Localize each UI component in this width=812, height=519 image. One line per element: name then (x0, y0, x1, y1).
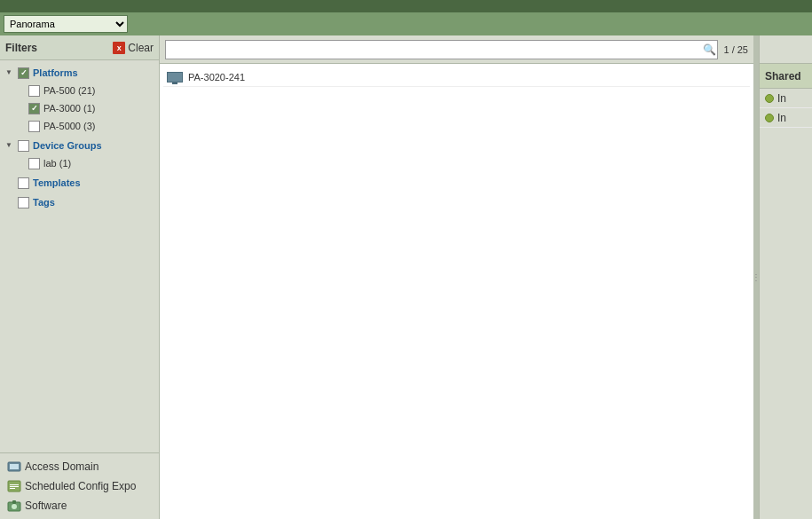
tmpl-expand (4, 177, 14, 188)
svg-rect-3 (10, 484, 19, 485)
pa500-label: PA-500 (21) (43, 83, 96, 98)
search-input[interactable] (165, 40, 718, 59)
templates-label: Templates (33, 175, 81, 191)
dg-expand-icon: ▼ (4, 140, 14, 151)
software-label: Software (25, 499, 67, 512)
platforms-item[interactable]: ▼ Platforms (0, 64, 159, 82)
top-bar (0, 0, 812, 12)
platforms-label: Platforms (33, 65, 78, 81)
device-groups-section: ▼ Device Groups lab (1) (0, 137, 159, 172)
platforms-section: ▼ Platforms PA-500 (21) PA-3000 (1) (0, 64, 159, 135)
page-info: 1 / 25 (723, 44, 748, 55)
platforms-checkbox[interactable] (18, 67, 29, 79)
clear-label: Clear (128, 42, 154, 54)
access-domain-item[interactable]: Access Domain (0, 457, 159, 476)
tags-label: Tags (33, 194, 55, 210)
device-icon (167, 72, 183, 83)
expand-icon: ▼ (4, 67, 14, 78)
lab-item[interactable]: lab (1) (0, 154, 159, 172)
search-bar: 🔍 1 / 25 (160, 35, 753, 64)
clear-x-icon: x (113, 42, 125, 54)
lab-label: lab (1) (43, 155, 71, 171)
tags-section: Tags (0, 193, 159, 211)
templates-section: Templates (0, 174, 159, 192)
templates-checkbox[interactable] (18, 177, 29, 189)
clear-button[interactable]: x Clear (113, 42, 154, 54)
scheduled-config-label: Scheduled Config Expo (25, 480, 136, 492)
device-name: PA-3020-241 (188, 72, 245, 83)
templates-item[interactable]: Templates (0, 174, 159, 192)
sidebar: Filters x Clear ▼ Platforms PA-500 (21) (0, 35, 160, 519)
domain-icon (7, 460, 21, 473)
right-panel-header (760, 35, 812, 64)
tags-checkbox[interactable] (18, 197, 29, 208)
status-dot-2 (765, 114, 774, 122)
filters-header: Filters x Clear (0, 35, 159, 60)
svg-rect-8 (12, 500, 16, 504)
spacer2 (14, 103, 25, 114)
content-area: 🔍 1 / 25 PA-3020-241 (160, 35, 753, 519)
shared-label: Shared (765, 70, 801, 83)
sidebar-bottom: Access Domain Scheduled Config Expo Soft… (0, 452, 159, 519)
pa5000-checkbox[interactable] (28, 121, 40, 132)
context-select[interactable]: Panorama (4, 15, 128, 33)
device-list: PA-3020-241 (160, 64, 753, 519)
row-label-2: In (777, 112, 786, 124)
svg-rect-4 (10, 486, 19, 487)
filter-tree: ▼ Platforms PA-500 (21) PA-3000 (1) (0, 60, 159, 452)
right-panel-row-1: In (760, 89, 812, 108)
svg-rect-5 (10, 488, 15, 489)
scheduled-config-item[interactable]: Scheduled Config Expo (0, 476, 159, 496)
pa500-item[interactable]: PA-500 (21) (0, 82, 159, 99)
svg-rect-1 (10, 464, 19, 469)
tags-expand (4, 197, 14, 208)
search-button[interactable]: 🔍 (703, 43, 716, 56)
pa3000-checkbox[interactable] (28, 103, 40, 114)
svg-point-7 (12, 504, 17, 509)
filters-label: Filters (5, 42, 37, 54)
pa3000-item[interactable]: PA-3000 (1) (0, 99, 159, 117)
right-panel-shared: Shared (760, 64, 812, 89)
row-label-1: In (777, 92, 786, 105)
pa3000-label: PA-3000 (1) (43, 100, 96, 116)
pa5000-item[interactable]: PA-5000 (3) (0, 117, 159, 135)
lab-checkbox[interactable] (28, 158, 40, 169)
spacer (14, 85, 25, 96)
device-groups-checkbox[interactable] (18, 140, 29, 152)
schedule-icon (7, 480, 21, 492)
device-groups-item[interactable]: ▼ Device Groups (0, 137, 159, 154)
software-item[interactable]: Software (0, 496, 159, 515)
software-icon (7, 499, 21, 512)
main-layout: Filters x Clear ▼ Platforms PA-500 (21) (0, 35, 812, 519)
spacer3 (14, 121, 25, 131)
pa5000-label: PA-5000 (3) (43, 118, 96, 134)
context-row: Panorama (0, 12, 812, 35)
right-panel: Shared In In (759, 35, 812, 519)
status-dot-1 (765, 94, 774, 103)
pa500-checkbox[interactable] (28, 85, 40, 97)
table-row[interactable]: PA-3020-241 (163, 67, 750, 87)
tags-item[interactable]: Tags (0, 193, 159, 211)
device-groups-label: Device Groups (33, 138, 102, 153)
access-domain-label: Access Domain (25, 460, 99, 473)
search-input-wrap: 🔍 (165, 40, 718, 59)
right-panel-row-2: In (760, 108, 812, 128)
